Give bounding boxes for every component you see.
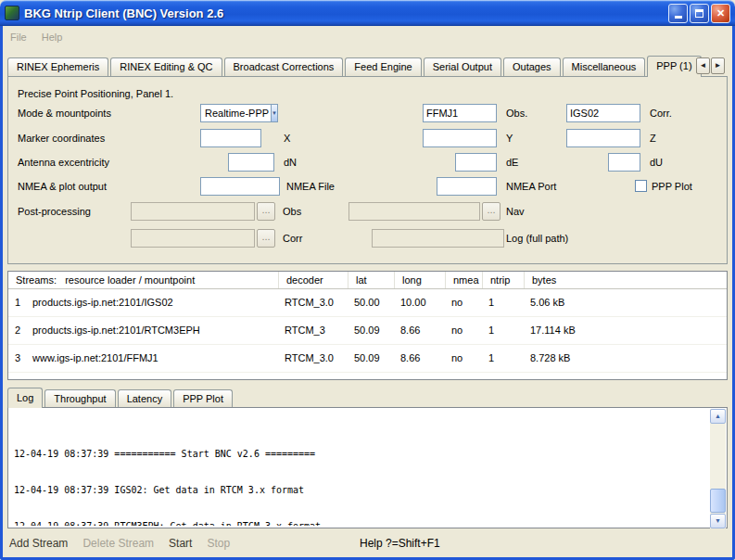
stream-row[interactable]: 1 products.igs-ip.net:2101/IGS02 RTCM_3.… [8, 289, 727, 317]
delete-stream-button: Delete Stream [82, 537, 154, 550]
cell-ntrip: 1 [483, 289, 525, 316]
ppp-plot-checkbox[interactable] [635, 180, 647, 192]
cell-long: 8.66 [395, 317, 446, 344]
nmea-file-input[interactable] [200, 177, 280, 196]
help-hint: Help ?=Shift+F1 [360, 537, 440, 550]
row-number: 2 [8, 317, 27, 344]
marker-z-input[interactable] [566, 129, 640, 147]
y-label: Y [506, 129, 513, 147]
tab-latency[interactable]: Latency [118, 389, 172, 407]
minimize-button[interactable] [668, 4, 688, 23]
close-icon: ✕ [716, 8, 725, 19]
cell-decoder: RTCM_3 [279, 317, 348, 344]
row-number: 1 [8, 289, 27, 316]
postproc-nav-browse-button: ... [482, 202, 501, 221]
cell-lat: 50.00 [348, 289, 395, 316]
antenna-dn-input[interactable] [228, 153, 274, 172]
cell-long: 10.00 [395, 289, 446, 316]
header-decoder: decoder [279, 272, 348, 288]
antenna-label: Antenna excentricity [18, 153, 109, 172]
cell-long: 8.66 [395, 345, 446, 372]
scrollbar-thumb[interactable] [710, 489, 726, 513]
streams-table-header: Streams: resource loader / mountpoint de… [8, 272, 727, 289]
maximize-icon [695, 9, 703, 18]
du-label: dU [650, 153, 663, 172]
tab-rinex-ephemeris[interactable]: RINEX Ephemeris [7, 57, 108, 76]
cell-bytes: 17.114 kB [525, 317, 727, 344]
header-lat: lat [348, 272, 395, 288]
nmea-port-input[interactable] [437, 177, 497, 196]
stream-row[interactable]: 3 www.igs-ip.net:2101/FFMJ1 RTCM_3.0 50.… [8, 345, 727, 373]
tab-rinex-editing-qc[interactable]: RINEX Editing & QC [110, 57, 222, 76]
z-label: Z [650, 129, 656, 147]
menu-file[interactable]: File [3, 30, 34, 45]
minimize-icon [675, 16, 682, 19]
tab-log[interactable]: Log [7, 388, 43, 408]
cell-nmea: no [446, 345, 483, 372]
cell-decoder: RTCM_3.0 [279, 289, 348, 316]
stream-row[interactable]: 2 products.igs-ip.net:2101/RTCM3EPH RTCM… [8, 317, 727, 345]
cell-nmea: no [446, 317, 483, 344]
scroll-down-icon[interactable]: ▼ [710, 514, 726, 528]
postproc-corr-browse-button: ... [257, 229, 275, 248]
add-stream-button[interactable]: Add Stream [9, 537, 68, 550]
start-button[interactable]: Start [169, 537, 192, 550]
maximize-button[interactable] [690, 4, 709, 23]
log-scrollbar[interactable]: ▲ ▼ [710, 409, 726, 528]
nmea-port-label: NMEA Port [506, 177, 556, 196]
bnc-window: BKG Ntrip Client (BNC) Version 2.6 ✕ Fil… [0, 0, 735, 560]
window-title: BKG Ntrip Client (BNC) Version 2.6 [24, 6, 668, 20]
marker-y-input[interactable] [423, 129, 497, 147]
cell-bytes: 8.728 kB [525, 345, 727, 372]
chevron-down-icon[interactable]: ▼ [271, 105, 277, 121]
nmea-label: NMEA & plot output [18, 177, 107, 196]
corr-label: Corr. [650, 104, 672, 122]
tab-throughput[interactable]: Throughput [44, 389, 115, 407]
tab-broadcast-corrections[interactable]: Broadcast Corrections [224, 57, 344, 76]
header-nmea: nmea [446, 272, 483, 288]
streams-table: Streams: resource loader / mountpoint de… [7, 271, 728, 380]
tab-miscellaneous[interactable]: Miscellaneous [563, 57, 646, 76]
tab-scroll-right-icon[interactable]: ► [711, 57, 725, 74]
antenna-de-input[interactable] [455, 153, 497, 172]
log-line: 12-04-19 08:37:39 RTCM3EPH: Get data in … [14, 520, 710, 526]
postproc-log-input [372, 229, 504, 248]
marker-x-input[interactable] [200, 129, 261, 147]
close-button[interactable]: ✕ [711, 4, 730, 23]
obs-mountpoint-input[interactable] [423, 104, 497, 122]
postproc-nav-label: Nav [506, 202, 525, 221]
menu-bar: File Help [3, 28, 70, 46]
log-view: 12-04-19 08:37:39 =========== Start BNC … [7, 407, 728, 528]
main-tab-bar: RINEX Ephemeris RINEX Editing & QC Broad… [7, 56, 703, 77]
mode-label: Mode & mountpoints [18, 104, 111, 122]
panel-caption: Precise Point Positioning, Panel 1. [18, 84, 173, 103]
tab-ppp-plot[interactable]: PPP Plot [173, 389, 233, 407]
tab-serial-output[interactable]: Serial Output [424, 57, 501, 76]
x-label: X [284, 129, 290, 147]
cell-lat: 50.09 [348, 317, 395, 344]
row-number: 3 [8, 345, 27, 372]
antenna-du-input[interactable] [608, 153, 640, 172]
header-ntrip: ntrip [483, 272, 525, 288]
tab-feed-engine[interactable]: Feed Engine [345, 57, 421, 76]
action-bar: Add Stream Delete Stream Start Stop [9, 535, 245, 552]
corr-mountpoint-input[interactable] [566, 104, 640, 122]
app-icon[interactable] [5, 6, 19, 20]
title-bar[interactable]: BKG Ntrip Client (BNC) Version 2.6 ✕ [0, 0, 735, 26]
tab-ppp-1[interactable]: PPP (1) [647, 56, 701, 77]
log-content: 12-04-19 08:37:39 =========== Start BNC … [8, 408, 710, 526]
window-controls: ✕ [668, 4, 730, 23]
ppp-panel: Precise Point Positioning, Panel 1. Mode… [7, 76, 728, 264]
cell-ntrip: 1 [483, 345, 525, 372]
dn-label: dN [284, 153, 297, 172]
scroll-up-icon[interactable]: ▲ [710, 409, 726, 424]
tab-scroll-left-icon[interactable]: ◄ [696, 57, 710, 74]
menu-help[interactable]: Help [34, 30, 70, 45]
log-line: 12-04-19 08:37:39 IGS02: Get data in RTC… [14, 484, 710, 496]
postproc-corr-label: Corr [283, 229, 302, 248]
mode-combobox[interactable]: Realtime-PPP ▼ [200, 104, 278, 122]
tab-outages[interactable]: Outages [503, 57, 561, 76]
postproc-obs-input [131, 202, 255, 221]
cell-lat: 50.09 [348, 345, 395, 372]
cell-ntrip: 1 [483, 317, 525, 344]
